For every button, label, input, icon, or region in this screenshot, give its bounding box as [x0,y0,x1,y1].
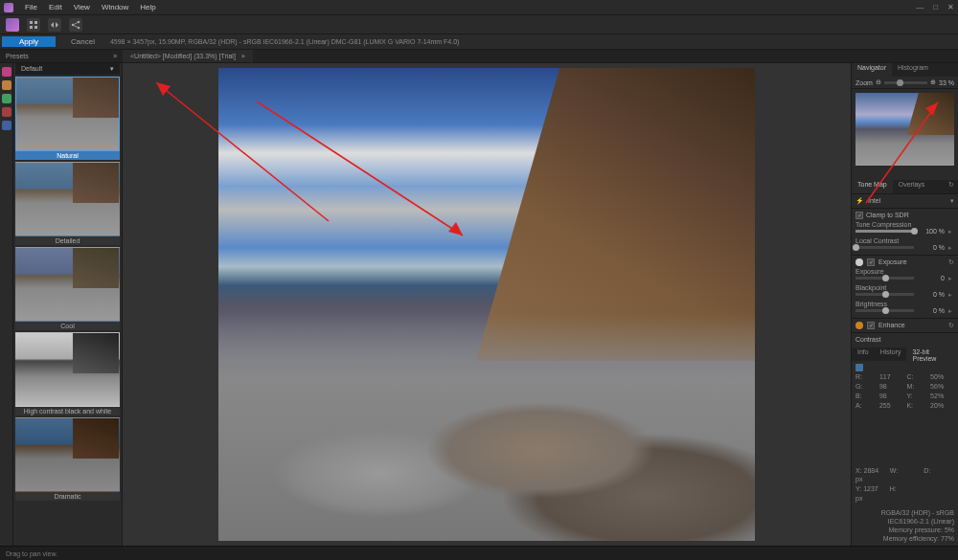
menu-file[interactable]: File [25,3,37,11]
minimize-icon[interactable]: — [916,3,924,11]
reset-icon[interactable]: ↻ [948,322,954,329]
tab-overlays[interactable]: Overlays [893,180,931,193]
apply-button[interactable]: Apply [2,36,56,47]
maximize-icon[interactable]: □ [933,3,938,11]
stepper-icon[interactable]: ▸ [948,307,954,315]
tab-histogram[interactable]: Histogram [892,63,934,77]
tool-overlay[interactable] [2,94,11,103]
preset-cool[interactable]: Cool [15,247,120,330]
navigator-thumbnail[interactable] [855,93,954,166]
tab-info[interactable]: Info [852,347,875,361]
zoom-label: Zoom [855,79,873,86]
exposure-slider[interactable] [855,277,914,280]
chevron-down-icon[interactable]: ▾ [950,197,954,205]
tab-navigator[interactable]: Navigator [852,63,892,77]
clamp-section: ✓Clamp to SDR Tone Compression 100 %▸ Lo… [852,208,958,255]
zoom-control: Zoom ⊖ ⊕ 33 % [852,77,958,89]
brightness-label: Brightness [855,301,954,307]
tab-history[interactable]: History [875,347,907,361]
localcontrast-slider[interactable] [855,246,914,249]
enhance-toggle[interactable]: ✓ [867,322,875,329]
preset-category-dropdown[interactable]: Default ▾ [15,63,120,75]
exposure-section-label: Exposure [878,258,907,265]
close-icon[interactable]: ✕ [947,3,954,11]
top-menu-bar: File Edit View Window Help — □ ✕ [0,0,958,15]
preset-label: High contrast black and white [15,407,120,415]
tool-mirror-icon[interactable] [48,18,61,32]
preset-thumb [15,247,120,322]
tonemap-tabs: Tone Map Overlays ↻ [852,180,958,193]
contrast-section: Contrast [852,332,958,346]
presets-panel-header: Presets ≡ [0,53,123,59]
reset-icon[interactable]: ↻ [948,258,954,266]
tonemap-preset-row: ⚡ Intel ▾ [852,193,958,208]
canvas-image [218,68,755,541]
brightness-value: 0 % [918,307,945,314]
menu-help[interactable]: Help [140,3,155,11]
persona-button[interactable] [6,18,19,32]
tool-grid-icon[interactable] [27,18,40,32]
chevron-down-icon: ▾ [110,65,114,73]
preset-label: Detailed [15,236,120,245]
info-format-block: RGBA/32 (HDR) - sRGB IEC61966-2.1 (Linea… [852,505,958,546]
svg-rect-2 [30,26,33,29]
preset-thumb [15,332,120,407]
preset-dramatic[interactable]: Dramatic [15,417,120,501]
section-dot-icon [855,322,863,329]
blackpoint-slider[interactable] [855,293,914,296]
tool-hand[interactable] [2,67,11,77]
stepper-icon[interactable]: ▸ [948,244,954,252]
tool-brush[interactable] [2,80,11,90]
zoom-in-icon[interactable]: ⊕ [930,78,936,86]
tab-close-icon[interactable]: × [241,53,245,59]
clamp-label: Clamp to SDR [866,212,909,218]
preset-bw[interactable]: High contrast black and white [15,332,120,415]
exposure-toggle[interactable]: ✓ [867,258,875,266]
preset-natural[interactable]: Natural [15,77,120,160]
svg-rect-0 [30,21,33,24]
enhance-label: Enhance [878,322,905,328]
tab-32bit-preview[interactable]: 32-bit Preview [906,347,958,361]
status-text: Drag to pan view. [6,550,57,557]
action-bar: Apply Cancel 4598 × 3457px, 15.90MP, RGB… [0,34,958,50]
right-panel-tabs: Navigator Histogram [852,63,958,77]
exposure-label: Exposure [855,268,954,275]
status-bar: Drag to pan view. [0,546,958,560]
compression-value: 100 % [918,228,945,235]
menu-window[interactable]: Window [102,3,128,11]
tool-share-icon[interactable] [69,18,82,32]
stepper-icon[interactable]: ▸ [948,228,954,235]
presets-menu-icon[interactable]: ≡ [113,53,117,59]
exposure-value: 0 [918,275,945,281]
compression-label: Tone Compression [855,221,954,228]
reset-icon[interactable]: ↻ [945,180,958,193]
exposure-section: ✓Exposure↻ Exposure 0▸ Blackpoint 0 %▸ B… [852,255,958,318]
clamp-checkbox[interactable]: ✓ [855,212,863,219]
zoom-slider[interactable] [884,81,927,84]
stepper-icon[interactable]: ▸ [948,291,954,299]
compression-slider[interactable] [855,230,914,233]
tool-strip [0,63,13,546]
window-controls: — □ ✕ [916,3,954,11]
rgb-icon [855,364,863,371]
preset-label: Cool [15,322,120,330]
tab-tonemap[interactable]: Tone Map [852,180,893,193]
menu-view[interactable]: View [74,3,90,11]
info-rgba-block: R:117C:50% G:98M:56% B:98Y:52% A:255K:20… [852,361,958,413]
blackpoint-value: 0 % [918,291,945,298]
canvas-area[interactable] [123,63,851,546]
tool-erase[interactable] [2,107,11,117]
zoom-out-icon[interactable]: ⊖ [876,78,881,86]
menu-edit[interactable]: Edit [49,3,62,11]
localcontrast-label: Local Contrast [855,237,954,244]
tool-gradient[interactable] [2,121,11,130]
stepper-icon[interactable]: ▸ [948,275,954,282]
document-tab[interactable]: <Untitled> [Modified] (33.3%) [Trial] × [123,50,253,62]
cancel-button[interactable]: Cancel [61,36,104,47]
preset-thumb [15,77,120,151]
preset-detailed[interactable]: Detailed [15,162,120,245]
format-text: RGBA/32 (HDR) - sRGB IEC61966-2.1 (Linea… [855,508,954,526]
preset-label: Dramatic [15,492,120,501]
brightness-slider[interactable] [855,309,914,312]
zoom-value: 33 % [939,79,954,86]
